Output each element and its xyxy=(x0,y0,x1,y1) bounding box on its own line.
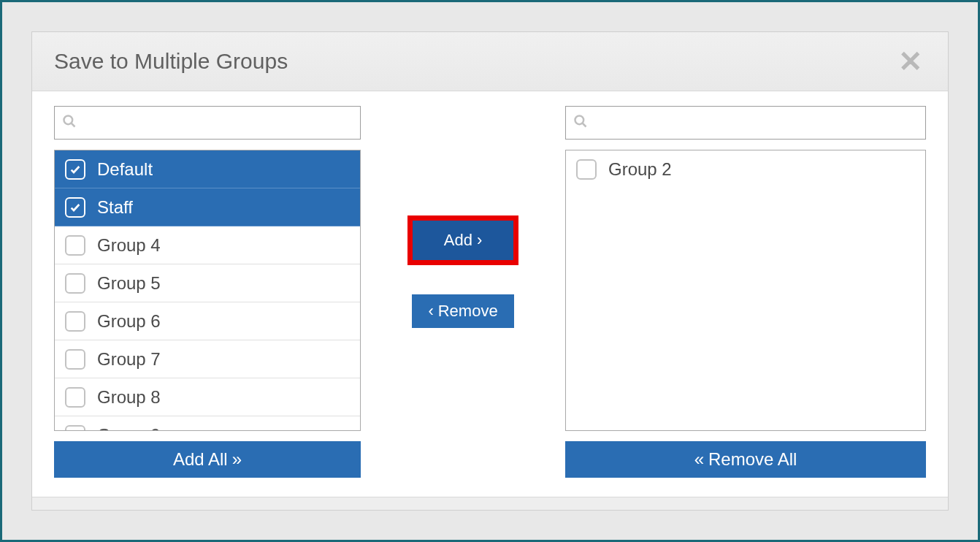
checkbox-icon[interactable] xyxy=(65,387,85,408)
remove-all-button[interactable]: « Remove All xyxy=(565,441,926,478)
list-item[interactable]: Group 7 xyxy=(55,340,360,378)
checkbox-icon[interactable] xyxy=(65,425,85,431)
available-groups-column: DefaultStaffGroup 4Group 5Group 6Group 7… xyxy=(54,106,361,489)
chevron-double-left-icon: « xyxy=(694,449,704,470)
list-item[interactable]: Group 8 xyxy=(55,378,360,416)
svg-line-1 xyxy=(72,123,75,127)
add-button-label: Add xyxy=(444,231,472,250)
selected-search-input[interactable] xyxy=(594,115,918,131)
list-item-label: Group 9 xyxy=(97,425,161,431)
remove-all-label: Remove All xyxy=(708,449,797,470)
selected-search-box[interactable] xyxy=(565,106,926,140)
dialog-header: Save to Multiple Groups ✕ xyxy=(32,32,948,91)
checkbox-checked-icon[interactable] xyxy=(65,197,85,218)
list-item[interactable]: Group 2 xyxy=(566,150,925,188)
list-item[interactable]: Group 6 xyxy=(55,302,360,340)
dialog-save-to-multiple-groups: Save to Multiple Groups ✕ DefaultStaffGr… xyxy=(31,31,949,511)
available-search-input[interactable] xyxy=(83,115,353,131)
list-item-label: Group 6 xyxy=(97,311,161,332)
checkbox-icon[interactable] xyxy=(65,235,85,256)
list-item-label: Staff xyxy=(97,197,133,218)
checkbox-icon[interactable] xyxy=(65,273,85,294)
dialog-footer xyxy=(32,497,948,510)
list-item-label: Group 4 xyxy=(97,235,161,256)
list-item-label: Group 5 xyxy=(97,273,161,294)
dialog-body: DefaultStaffGroup 4Group 5Group 6Group 7… xyxy=(32,91,948,497)
dialog-title: Save to Multiple Groups xyxy=(54,49,288,74)
svg-point-2 xyxy=(575,116,584,125)
add-button-highlight: Add › xyxy=(407,215,518,265)
available-groups-list[interactable]: DefaultStaffGroup 4Group 5Group 6Group 7… xyxy=(54,150,361,431)
add-all-button[interactable]: Add All » xyxy=(54,441,361,478)
svg-point-0 xyxy=(64,116,73,125)
list-item-label: Group 8 xyxy=(97,387,161,408)
checkbox-icon[interactable] xyxy=(576,159,597,180)
selected-groups-column: Group 2 « Remove All xyxy=(565,106,926,489)
list-item[interactable]: Group 4 xyxy=(55,226,360,264)
list-item[interactable]: Staff xyxy=(55,188,360,226)
checkbox-icon[interactable] xyxy=(65,349,85,370)
available-search-box[interactable] xyxy=(54,106,361,140)
chevron-left-icon: ‹ xyxy=(428,302,433,321)
search-icon xyxy=(62,114,77,131)
chevron-double-right-icon: » xyxy=(232,449,242,470)
list-item[interactable]: Group 9 xyxy=(55,416,360,431)
selected-groups-list[interactable]: Group 2 xyxy=(565,150,926,431)
close-icon[interactable]: ✕ xyxy=(895,47,926,76)
screenshot-frame: Save to Multiple Groups ✕ DefaultStaffGr… xyxy=(0,0,980,542)
list-item-label: Group 7 xyxy=(97,349,161,370)
checkbox-icon[interactable] xyxy=(65,311,85,332)
list-item[interactable]: Group 5 xyxy=(55,264,360,302)
list-item-label: Default xyxy=(97,159,153,180)
transfer-buttons-column: Add › ‹ Remove xyxy=(375,106,551,489)
list-item[interactable]: Default xyxy=(55,150,360,188)
remove-button-label: Remove xyxy=(438,302,498,321)
chevron-right-icon: › xyxy=(477,231,482,250)
add-all-label: Add All xyxy=(173,449,228,470)
add-button[interactable]: Add › xyxy=(416,224,510,257)
list-item-label: Group 2 xyxy=(608,159,672,180)
remove-button[interactable]: ‹ Remove xyxy=(412,294,513,328)
search-icon xyxy=(573,114,588,131)
checkbox-checked-icon[interactable] xyxy=(65,159,85,180)
svg-line-3 xyxy=(583,123,586,127)
